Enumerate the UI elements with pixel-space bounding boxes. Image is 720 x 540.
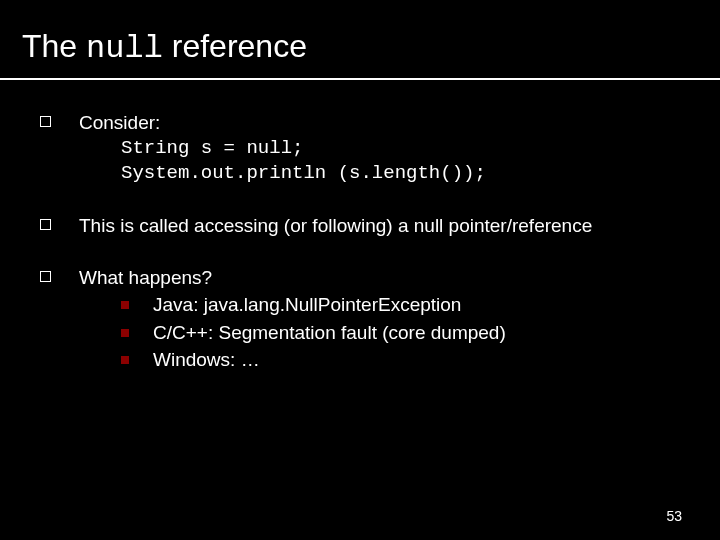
sublist-item: Java: java.lang.NullPointerException [121, 292, 506, 318]
item-body: This is called accessing (or following) … [79, 213, 592, 239]
sub-text: Windows: … [153, 347, 260, 373]
square-filled-icon [121, 329, 129, 337]
square-outline-icon [40, 271, 51, 282]
list-item: Consider: String s = null; System.out.pr… [40, 110, 690, 187]
page-number: 53 [666, 508, 682, 524]
item-body: What happens? Java: java.lang.NullPointe… [79, 265, 506, 374]
square-outline-icon [40, 219, 51, 230]
slide-title: The null reference [0, 0, 720, 67]
sub-text: Java: java.lang.NullPointerException [153, 292, 461, 318]
item-body: Consider: String s = null; System.out.pr… [79, 110, 486, 187]
code-line: System.out.println (s.length()); [121, 161, 486, 187]
list-item: This is called accessing (or following) … [40, 213, 690, 239]
list-item: What happens? Java: java.lang.NullPointe… [40, 265, 690, 374]
title-prefix: The [22, 28, 86, 64]
content-area: Consider: String s = null; System.out.pr… [40, 110, 690, 399]
square-filled-icon [121, 301, 129, 309]
item-lead: What happens? [79, 265, 506, 291]
title-suffix: reference [163, 28, 307, 64]
sublist-item: C/C++: Segmentation fault (core dumped) [121, 320, 506, 346]
item-lead: Consider: [79, 110, 486, 136]
slide: The null reference Consider: String s = … [0, 0, 720, 540]
item-lead: This is called accessing (or following) … [79, 213, 592, 239]
square-filled-icon [121, 356, 129, 364]
title-mono: null [86, 30, 163, 67]
square-outline-icon [40, 116, 51, 127]
sub-text: C/C++: Segmentation fault (core dumped) [153, 320, 506, 346]
code-line: String s = null; [121, 136, 486, 162]
sublist-item: Windows: … [121, 347, 506, 373]
title-underline [0, 78, 720, 80]
